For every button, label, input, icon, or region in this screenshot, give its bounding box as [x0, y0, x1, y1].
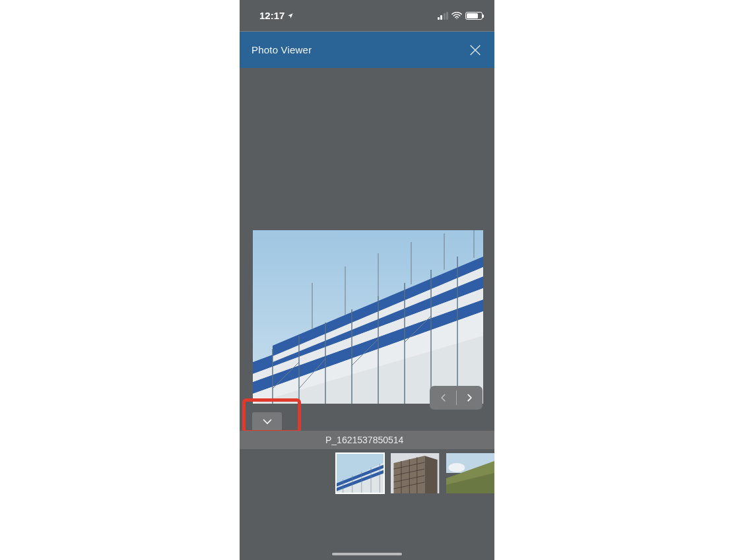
location-icon	[287, 13, 294, 19]
chevron-right-icon	[465, 391, 474, 404]
battery-icon	[465, 12, 483, 20]
svg-point-49	[448, 463, 465, 472]
phone-screen: 12:17 Photo Viewer	[240, 0, 494, 560]
svg-marker-38	[425, 456, 438, 493]
cellular-icon	[438, 12, 449, 20]
main-photo[interactable]	[253, 230, 483, 404]
photo-filename: P_1621537850514	[325, 435, 403, 445]
filename-bar: P_1621537850514	[240, 431, 494, 449]
status-bar: 12:17	[240, 0, 494, 31]
status-right	[438, 12, 483, 20]
stage: 12:17 Photo Viewer	[0, 0, 734, 560]
thumbnail-strip[interactable]	[240, 449, 494, 560]
svg-point-0	[456, 18, 457, 19]
thumbnail-0[interactable]	[336, 453, 384, 493]
thumbnail-2[interactable]	[446, 453, 494, 493]
close-button[interactable]	[468, 43, 483, 57]
thumbnail-1[interactable]	[391, 453, 439, 493]
next-button[interactable]	[457, 386, 482, 410]
status-time: 12:17	[259, 10, 284, 21]
status-left: 12:17	[259, 10, 294, 21]
prev-button[interactable]	[431, 386, 456, 410]
toggle-thumbstrip-button[interactable]	[252, 412, 282, 431]
chevron-down-icon	[261, 418, 273, 425]
wifi-icon	[451, 12, 462, 20]
app-header: Photo Viewer	[240, 32, 494, 68]
close-icon	[468, 43, 483, 57]
home-indicator[interactable]	[332, 553, 402, 555]
nav-buttons	[430, 386, 483, 410]
chevron-left-icon	[439, 391, 448, 404]
header-title: Photo Viewer	[251, 44, 312, 55]
